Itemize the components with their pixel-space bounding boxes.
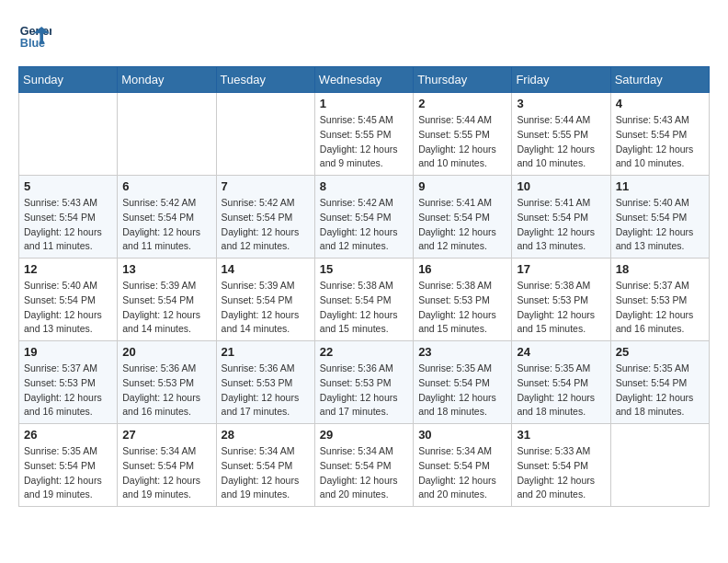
- calendar-cell: 18Sunrise: 5:37 AM Sunset: 5:53 PM Dayli…: [610, 259, 709, 341]
- day-number: 10: [517, 179, 605, 193]
- day-number: 25: [616, 345, 704, 359]
- day-number: 26: [24, 428, 112, 442]
- day-number: 5: [24, 179, 112, 193]
- calendar-cell: 23Sunrise: 5:35 AM Sunset: 5:54 PM Dayli…: [414, 341, 512, 424]
- calendar-cell: 26Sunrise: 5:35 AM Sunset: 5:54 PM Dayli…: [19, 424, 118, 507]
- day-number: 22: [320, 345, 408, 359]
- day-info: Sunrise: 5:34 AM Sunset: 5:54 PM Dayligh…: [320, 444, 408, 502]
- day-number: 2: [418, 97, 506, 110]
- day-number: 9: [418, 179, 506, 193]
- day-number: 29: [320, 428, 408, 442]
- calendar-cell: [19, 93, 118, 176]
- calendar-cell: 10Sunrise: 5:41 AM Sunset: 5:54 PM Dayli…: [512, 176, 610, 259]
- calendar-cell: 19Sunrise: 5:37 AM Sunset: 5:53 PM Dayli…: [19, 341, 118, 424]
- day-info: Sunrise: 5:34 AM Sunset: 5:54 PM Dayligh…: [222, 444, 310, 502]
- calendar-cell: 25Sunrise: 5:35 AM Sunset: 5:54 PM Dayli…: [610, 341, 709, 424]
- day-info: Sunrise: 5:36 AM Sunset: 5:53 PM Dayligh…: [320, 362, 408, 419]
- calendar-cell: 28Sunrise: 5:34 AM Sunset: 5:54 PM Dayli…: [216, 424, 314, 507]
- day-number: 11: [616, 179, 704, 193]
- day-number: 20: [122, 345, 210, 359]
- calendar-table: SundayMondayTuesdayWednesdayThursdayFrid…: [18, 66, 710, 507]
- day-number: 7: [222, 179, 310, 193]
- day-header-sunday: Sunday: [19, 67, 118, 93]
- calendar-cell: 12Sunrise: 5:40 AM Sunset: 5:54 PM Dayli…: [19, 259, 118, 341]
- day-number: 27: [122, 428, 210, 442]
- day-number: 31: [517, 428, 605, 442]
- day-info: Sunrise: 5:36 AM Sunset: 5:53 PM Dayligh…: [222, 362, 310, 419]
- calendar-cell: 5Sunrise: 5:43 AM Sunset: 5:54 PM Daylig…: [19, 176, 118, 259]
- day-info: Sunrise: 5:35 AM Sunset: 5:54 PM Dayligh…: [616, 362, 704, 419]
- day-header-monday: Monday: [118, 67, 216, 93]
- calendar-week-row: 26Sunrise: 5:35 AM Sunset: 5:54 PM Dayli…: [19, 424, 710, 507]
- calendar-cell: 21Sunrise: 5:36 AM Sunset: 5:53 PM Dayli…: [216, 341, 314, 424]
- calendar-cell: 9Sunrise: 5:41 AM Sunset: 5:54 PM Daylig…: [414, 176, 512, 259]
- day-info: Sunrise: 5:44 AM Sunset: 5:55 PM Dayligh…: [418, 113, 506, 171]
- day-header-saturday: Saturday: [610, 67, 709, 93]
- day-number: 18: [616, 262, 704, 276]
- day-info: Sunrise: 5:39 AM Sunset: 5:54 PM Dayligh…: [222, 279, 310, 337]
- calendar-cell: [610, 424, 709, 507]
- logo-icon: General Blue: [18, 18, 51, 52]
- day-number: 12: [24, 262, 112, 276]
- day-header-wednesday: Wednesday: [314, 67, 413, 93]
- calendar-week-row: 1Sunrise: 5:45 AM Sunset: 5:55 PM Daylig…: [19, 93, 710, 176]
- day-number: 4: [616, 97, 704, 110]
- day-info: Sunrise: 5:37 AM Sunset: 5:53 PM Dayligh…: [24, 362, 112, 419]
- day-number: 21: [222, 345, 310, 359]
- day-info: Sunrise: 5:40 AM Sunset: 5:54 PM Dayligh…: [616, 196, 704, 254]
- calendar-cell: 30Sunrise: 5:34 AM Sunset: 5:54 PM Dayli…: [414, 424, 512, 507]
- day-number: 13: [122, 262, 210, 276]
- calendar-cell: 14Sunrise: 5:39 AM Sunset: 5:54 PM Dayli…: [216, 259, 314, 341]
- day-info: Sunrise: 5:34 AM Sunset: 5:54 PM Dayligh…: [418, 444, 506, 502]
- day-info: Sunrise: 5:41 AM Sunset: 5:54 PM Dayligh…: [418, 196, 506, 254]
- day-header-thursday: Thursday: [414, 67, 512, 93]
- day-number: 1: [320, 97, 408, 110]
- day-info: Sunrise: 5:45 AM Sunset: 5:55 PM Dayligh…: [320, 113, 408, 171]
- day-number: 23: [418, 345, 506, 359]
- calendar-cell: 29Sunrise: 5:34 AM Sunset: 5:54 PM Dayli…: [314, 424, 413, 507]
- day-number: 28: [222, 428, 310, 442]
- calendar-cell: 2Sunrise: 5:44 AM Sunset: 5:55 PM Daylig…: [414, 93, 512, 176]
- day-info: Sunrise: 5:42 AM Sunset: 5:54 PM Dayligh…: [122, 196, 210, 254]
- day-number: 6: [122, 179, 210, 193]
- page-header: General Blue: [18, 18, 710, 52]
- calendar-cell: 4Sunrise: 5:43 AM Sunset: 5:54 PM Daylig…: [610, 93, 709, 176]
- calendar-cell: 17Sunrise: 5:38 AM Sunset: 5:53 PM Dayli…: [512, 259, 610, 341]
- calendar-header-row: SundayMondayTuesdayWednesdayThursdayFrid…: [19, 67, 710, 93]
- day-info: Sunrise: 5:44 AM Sunset: 5:55 PM Dayligh…: [517, 113, 605, 171]
- day-info: Sunrise: 5:33 AM Sunset: 5:54 PM Dayligh…: [517, 444, 605, 502]
- calendar-cell: 15Sunrise: 5:38 AM Sunset: 5:54 PM Dayli…: [314, 259, 413, 341]
- calendar-week-row: 12Sunrise: 5:40 AM Sunset: 5:54 PM Dayli…: [19, 259, 710, 341]
- day-info: Sunrise: 5:36 AM Sunset: 5:53 PM Dayligh…: [122, 362, 210, 419]
- day-number: 16: [418, 262, 506, 276]
- day-info: Sunrise: 5:40 AM Sunset: 5:54 PM Dayligh…: [24, 279, 112, 337]
- calendar-cell: 7Sunrise: 5:42 AM Sunset: 5:54 PM Daylig…: [216, 176, 314, 259]
- calendar-cell: 3Sunrise: 5:44 AM Sunset: 5:55 PM Daylig…: [512, 93, 610, 176]
- day-number: 17: [517, 262, 605, 276]
- calendar-cell: 1Sunrise: 5:45 AM Sunset: 5:55 PM Daylig…: [314, 93, 413, 176]
- day-number: 19: [24, 345, 112, 359]
- day-number: 3: [517, 97, 605, 110]
- day-info: Sunrise: 5:43 AM Sunset: 5:54 PM Dayligh…: [616, 113, 704, 171]
- day-info: Sunrise: 5:42 AM Sunset: 5:54 PM Dayligh…: [320, 196, 408, 254]
- day-number: 30: [418, 428, 506, 442]
- day-info: Sunrise: 5:43 AM Sunset: 5:54 PM Dayligh…: [24, 196, 112, 254]
- day-info: Sunrise: 5:38 AM Sunset: 5:53 PM Dayligh…: [517, 279, 605, 337]
- day-info: Sunrise: 5:35 AM Sunset: 5:54 PM Dayligh…: [24, 444, 112, 502]
- calendar-cell: [118, 93, 216, 176]
- day-header-tuesday: Tuesday: [216, 67, 314, 93]
- day-info: Sunrise: 5:38 AM Sunset: 5:54 PM Dayligh…: [320, 279, 408, 337]
- day-info: Sunrise: 5:42 AM Sunset: 5:54 PM Dayligh…: [222, 196, 310, 254]
- day-number: 15: [320, 262, 408, 276]
- calendar-cell: 22Sunrise: 5:36 AM Sunset: 5:53 PM Dayli…: [314, 341, 413, 424]
- day-number: 24: [517, 345, 605, 359]
- logo: General Blue: [18, 18, 51, 52]
- calendar-cell: 6Sunrise: 5:42 AM Sunset: 5:54 PM Daylig…: [118, 176, 216, 259]
- calendar-cell: 24Sunrise: 5:35 AM Sunset: 5:54 PM Dayli…: [512, 341, 610, 424]
- calendar-cell: 8Sunrise: 5:42 AM Sunset: 5:54 PM Daylig…: [314, 176, 413, 259]
- day-number: 8: [320, 179, 408, 193]
- day-info: Sunrise: 5:35 AM Sunset: 5:54 PM Dayligh…: [517, 362, 605, 419]
- day-info: Sunrise: 5:39 AM Sunset: 5:54 PM Dayligh…: [122, 279, 210, 337]
- calendar-week-row: 5Sunrise: 5:43 AM Sunset: 5:54 PM Daylig…: [19, 176, 710, 259]
- day-info: Sunrise: 5:37 AM Sunset: 5:53 PM Dayligh…: [616, 279, 704, 337]
